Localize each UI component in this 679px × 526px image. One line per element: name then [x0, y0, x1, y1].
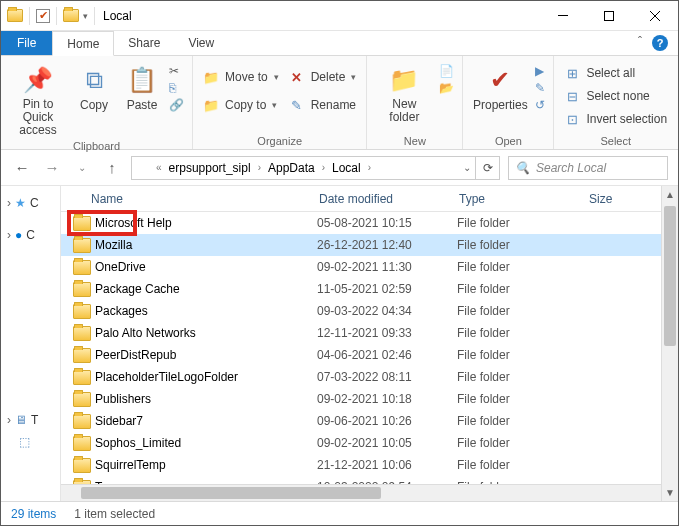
file-date: 09-02-2021 11:30	[317, 260, 457, 274]
paste-shortcut-icon[interactable]: 🔗	[169, 98, 184, 112]
new-item-icon[interactable]: 📄	[439, 64, 454, 78]
file-type: File folder	[457, 238, 587, 252]
cut-icon[interactable]: ✂	[169, 64, 184, 78]
file-date: 09-06-2021 10:26	[317, 414, 457, 428]
back-button[interactable]: ←	[11, 157, 33, 179]
folder-icon	[73, 238, 91, 253]
table-row[interactable]: Sidebar709-06-2021 10:26File folder	[61, 410, 678, 432]
history-icon[interactable]: ↺	[535, 98, 545, 112]
file-type: File folder	[457, 370, 587, 384]
nav-this-pc[interactable]: ›🖥T	[5, 409, 56, 431]
nav-tree-item[interactable]	[5, 256, 56, 275]
breadcrumb[interactable]: AppData	[266, 161, 317, 175]
table-row[interactable]: Palo Alto Networks12-11-2021 09:33File f…	[61, 322, 678, 344]
easy-access-icon[interactable]: 📂	[439, 81, 454, 95]
ribbon-tabs: File Home Share View ˆ ?	[1, 31, 678, 56]
table-row[interactable]: Package Cache11-05-2021 02:59File folder	[61, 278, 678, 300]
select-all-button[interactable]: ⊞Select all	[562, 64, 669, 82]
group-open: ✔Properties ▶ ✎ ↺ Open	[463, 56, 554, 149]
nav-onedrive[interactable]: ›●C	[5, 224, 56, 246]
scroll-up-icon[interactable]: ▲	[662, 186, 678, 203]
table-row[interactable]: Packages09-03-2022 04:34File folder	[61, 300, 678, 322]
table-row[interactable]: SquirrelTemp21-12-2021 10:06File folder	[61, 454, 678, 476]
tab-share[interactable]: Share	[114, 31, 174, 55]
table-row[interactable]: Publishers09-02-2021 10:18File folder	[61, 388, 678, 410]
file-type: File folder	[457, 304, 587, 318]
nav-tree-item[interactable]	[5, 294, 56, 313]
minimize-button[interactable]	[540, 1, 586, 31]
forward-button[interactable]: →	[41, 157, 63, 179]
qat-check-icon[interactable]: ✔	[36, 9, 50, 23]
table-row[interactable]: OneDrive09-02-2021 11:30File folder	[61, 256, 678, 278]
search-input[interactable]: 🔍 Search Local	[508, 156, 668, 180]
folder-icon	[73, 414, 91, 429]
file-date: 11-05-2021 02:59	[317, 282, 457, 296]
nav-tree-item[interactable]	[5, 275, 56, 294]
navigation-pane[interactable]: ›★C ›●C ›🖥T ⬚	[1, 186, 61, 501]
quick-access-toolbar: ✔ ▾	[7, 7, 99, 25]
copy-path-icon[interactable]: ⎘	[169, 81, 184, 95]
table-row[interactable]: PlaceholderTileLogoFolder07-03-2022 08:1…	[61, 366, 678, 388]
folder-icon	[73, 436, 91, 451]
breadcrumb[interactable]: erpsupport_sipl	[167, 161, 253, 175]
file-name: Palo Alto Networks	[95, 326, 317, 340]
status-item-count: 29 items	[11, 507, 56, 521]
file-name: Publishers	[95, 392, 317, 406]
select-none-button[interactable]: ⊟Select none	[562, 87, 669, 105]
nav-quick-access[interactable]: ›★C	[5, 192, 56, 214]
group-organize: 📁Move to 📁Copy to ✕Delete ✎Rename Organi…	[193, 56, 367, 149]
nav-tree-item[interactable]	[5, 332, 56, 351]
table-row[interactable]: Microsoft Help05-08-2021 10:15File folde…	[61, 212, 678, 234]
nav-tree-item[interactable]: ⬚	[5, 431, 56, 453]
help-icon[interactable]: ?	[652, 35, 668, 51]
table-row[interactable]: Mozilla26-12-2021 12:40File folder	[61, 234, 678, 256]
file-date: 09-02-2021 10:18	[317, 392, 457, 406]
table-row[interactable]: Sophos_Limited09-02-2021 10:05File folde…	[61, 432, 678, 454]
nav-tree-item[interactable]	[5, 351, 56, 370]
file-name: Sidebar7	[95, 414, 317, 428]
column-name[interactable]: Name	[91, 192, 319, 206]
table-row[interactable]: PeerDistRepub04-06-2021 02:46File folder	[61, 344, 678, 366]
rename-button[interactable]: ✎Rename	[287, 96, 359, 114]
breadcrumb[interactable]: Local	[330, 161, 363, 175]
tab-file[interactable]: File	[1, 31, 52, 55]
scrollbar-thumb[interactable]	[664, 206, 676, 346]
title-bar: ✔ ▾ Local	[1, 1, 678, 31]
vertical-scrollbar[interactable]: ▲ ▼	[661, 186, 678, 501]
copy-button[interactable]: ⧉Copy	[73, 60, 115, 112]
column-headers[interactable]: Name Date modified Type Size	[61, 186, 678, 212]
scrollbar-thumb[interactable]	[81, 487, 381, 499]
pin-to-quick-access-button[interactable]: 📌Pin to Quick access	[9, 60, 67, 138]
collapse-ribbon-icon[interactable]: ˆ	[638, 35, 642, 49]
scroll-down-icon[interactable]: ▼	[662, 484, 678, 501]
open-icon[interactable]: ▶	[535, 64, 545, 78]
properties-button[interactable]: ✔Properties	[471, 60, 529, 112]
edit-icon[interactable]: ✎	[535, 81, 545, 95]
column-date[interactable]: Date modified	[319, 192, 459, 206]
file-date: 07-03-2022 08:11	[317, 370, 457, 384]
content-area: ›★C ›●C ›🖥T ⬚ Name Date modified Type Si…	[1, 186, 678, 501]
nav-tree-item[interactable]	[5, 313, 56, 332]
move-to-button[interactable]: 📁Move to	[201, 68, 281, 86]
horizontal-scrollbar[interactable]	[61, 484, 661, 501]
column-type[interactable]: Type	[459, 192, 589, 206]
tab-view[interactable]: View	[174, 31, 228, 55]
group-clipboard: 📌Pin to Quick access ⧉Copy 📋Paste ✂ ⎘ 🔗 …	[1, 56, 193, 149]
address-bar[interactable]: « erpsupport_sipl› AppData› Local› ⌄	[131, 156, 476, 180]
file-type: File folder	[457, 348, 587, 362]
refresh-button[interactable]: ⟳	[476, 156, 500, 180]
invert-selection-button[interactable]: ⊡Invert selection	[562, 110, 669, 128]
close-button[interactable]	[632, 1, 678, 31]
new-folder-button[interactable]: 📁New folder	[375, 60, 433, 124]
tab-home[interactable]: Home	[52, 31, 114, 56]
up-button[interactable]: ↑	[101, 157, 123, 179]
file-name: SquirrelTemp	[95, 458, 317, 472]
maximize-button[interactable]	[586, 1, 632, 31]
paste-button[interactable]: 📋Paste	[121, 60, 163, 112]
nav-tree-item[interactable]	[5, 370, 56, 389]
delete-button[interactable]: ✕Delete	[287, 68, 359, 86]
folder-icon	[63, 9, 79, 22]
recent-locations-button[interactable]: ⌄	[71, 157, 93, 179]
search-icon: 🔍	[515, 161, 530, 175]
copy-to-button[interactable]: 📁Copy to	[201, 96, 281, 114]
